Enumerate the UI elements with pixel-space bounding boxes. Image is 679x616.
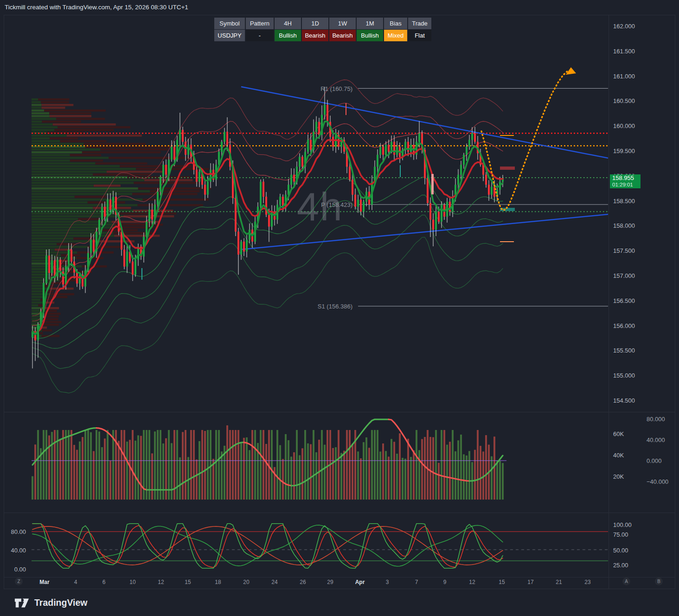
cvd-line: [244, 443, 291, 486]
price-axis-label: 161.000: [613, 72, 635, 79]
volume-axis-label: 40K: [613, 452, 624, 459]
level-marker: [500, 167, 515, 170]
time-axis-label[interactable]: 12: [469, 579, 475, 585]
footer-bar: TradingView: [0, 590, 679, 616]
projection-path[interactable]: [481, 71, 572, 210]
main-pane[interactable]: [32, 67, 609, 393]
price-axis-label: 155.500: [613, 347, 635, 354]
lower-band: [32, 215, 503, 369]
stoch-axis-label: 50.00: [613, 547, 628, 554]
cvd-line: [32, 428, 96, 465]
price-axis-label: 160.500: [613, 97, 635, 104]
volume-axis-label: 20K: [613, 473, 624, 480]
stoch-left-label: 0.00: [4, 566, 26, 573]
time-axis-label[interactable]: 12: [158, 579, 164, 585]
time-axis-label[interactable]: 10: [129, 579, 135, 585]
price-axis-label: 157.000: [613, 272, 635, 279]
bar-countdown: 01:29:01: [612, 181, 638, 188]
price-axis-label: 160.000: [613, 122, 635, 129]
signal-header-1m: 1M: [357, 18, 383, 29]
time-axis-label[interactable]: 29: [327, 579, 333, 585]
stoch-left-label: 80.00: [4, 528, 26, 535]
time-axis-label[interactable]: 6: [102, 579, 106, 585]
price-axis-label: 158.000: [613, 222, 635, 229]
stoch-axis-label: 100.00: [613, 521, 632, 528]
signal-header-trade: Trade: [408, 18, 431, 29]
level-marker: [500, 135, 514, 136]
signal-tick: [400, 165, 401, 177]
stochastic-pane[interactable]: [32, 524, 609, 568]
signal-value-symbol: USDJPY: [214, 30, 245, 41]
price-axis-label: 155.000: [613, 372, 635, 379]
signal-value-4h: Bullish: [275, 30, 301, 41]
signal-value-1d: Bearish: [302, 30, 328, 41]
stoch-left-label: 40.00: [4, 547, 26, 554]
time-axis-label[interactable]: 17: [527, 579, 533, 585]
time-axis-label[interactable]: 18: [215, 579, 221, 585]
price-axis-label: 158.500: [613, 197, 635, 204]
stoch-axis-label: 25.00: [613, 562, 628, 569]
signal-header-1d: 1D: [302, 18, 328, 29]
time-axis-label[interactable]: 23: [584, 579, 590, 585]
last-price-value: 158.955: [612, 175, 638, 181]
lower-band: [32, 195, 503, 348]
signal-header-1w: 1W: [329, 18, 356, 29]
signal-value-1w: Bearish: [329, 30, 356, 41]
time-axis-label[interactable]: 4: [74, 579, 77, 585]
pivot-label-s1: S1 (156.386): [274, 303, 352, 310]
volume-pane[interactable]: [32, 419, 506, 500]
signal-value-1m: Bullish: [357, 30, 383, 41]
price-axis-label: 156.500: [613, 297, 635, 304]
time-axis-label[interactable]: 20: [243, 579, 249, 585]
signal-header-4h: 4H: [275, 18, 301, 29]
time-axis-label[interactable]: 26: [300, 579, 306, 585]
last-price-badge: 158.955 01:29:01: [610, 174, 641, 188]
delta-axis-label: 80.000: [647, 416, 665, 423]
time-axis-label[interactable]: 15: [499, 579, 505, 585]
price-axis-label: 159.500: [613, 148, 635, 154]
signal-value-pattern: -: [246, 30, 274, 41]
pivot-label-p: P (158.423): [274, 201, 352, 208]
time-axis-label[interactable]: 24: [271, 579, 277, 585]
time-axis-label[interactable]: 7: [415, 579, 418, 585]
price-axis-label: 157.500: [613, 247, 635, 254]
signal-tick: [431, 174, 434, 194]
level-marker: [500, 241, 514, 242]
time-axis-label[interactable]: 3: [386, 579, 389, 585]
delta-axis-label: −40.000: [647, 478, 668, 485]
signal-tick: [346, 103, 346, 115]
time-axis-label[interactable]: Apr: [355, 579, 365, 585]
price-axis-label: 161.500: [613, 47, 635, 54]
volume-profile: [32, 98, 211, 337]
volume-axis-label: 60K: [613, 430, 624, 437]
signal-value-bias: Mixed: [384, 30, 407, 41]
time-axis-label[interactable]: 15: [185, 579, 191, 585]
scale-b-button[interactable]: B: [655, 578, 663, 585]
price-axis-label: 162.000: [613, 23, 635, 30]
signal-table: SymbolPattern4H1D1W1MBiasTradeUSDJPY-Bul…: [214, 18, 431, 41]
price-axis-label: 156.000: [613, 322, 635, 329]
signal-header-pattern: Pattern: [246, 18, 274, 29]
scale-a-button[interactable]: A: [622, 578, 630, 585]
time-axis-label[interactable]: Mar: [39, 579, 49, 585]
tradingview-logo-text[interactable]: TradingView: [34, 597, 88, 608]
chart-frame-border: [4, 15, 675, 589]
delta-axis-label: 40.000: [647, 436, 665, 443]
stoch-axis-label: 75.00: [613, 531, 628, 538]
pivot-label-r1: R1 (160.75): [274, 85, 352, 92]
time-axis-label[interactable]: 9: [443, 579, 447, 585]
tradingview-logo-icon[interactable]: [14, 597, 30, 610]
price-axis-label: 154.500: [613, 397, 635, 404]
cvd-line: [389, 419, 469, 481]
lower-band: [32, 237, 503, 393]
time-axis-label[interactable]: 21: [556, 579, 562, 585]
timezone-button[interactable]: Z: [15, 578, 23, 585]
tradingview-chart-export: Tickmill created with TradingView.com, A…: [0, 0, 679, 616]
signal-tick: [141, 268, 142, 280]
signal-header-symbol: Symbol: [214, 18, 245, 29]
signal-header-bias: Bias: [384, 18, 407, 29]
delta-axis-label: 0.000: [647, 457, 662, 464]
trendline[interactable]: [240, 214, 609, 250]
signal-value-trade: Flat: [408, 30, 431, 41]
